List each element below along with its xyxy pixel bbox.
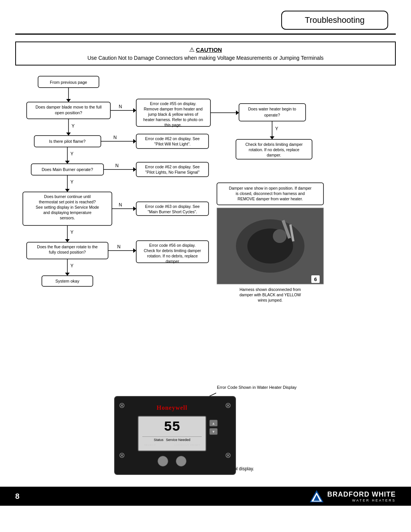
- svg-text:Y: Y: [72, 123, 75, 129]
- svg-text:N: N: [113, 135, 117, 140]
- corner-icon-tr: ⊗: [225, 401, 231, 410]
- corner-icon-tl: ⊗: [119, 401, 125, 410]
- svg-text:N: N: [115, 163, 119, 168]
- svg-text:rotation. If no debris, replac: rotation. If no debris, replace: [249, 147, 299, 152]
- brand-area: BRADFORD WHITE WATER HEATERS: [309, 489, 396, 503]
- corner-icon-br: ⊗: [225, 451, 231, 460]
- svg-text:N: N: [119, 104, 122, 109]
- page-number: 8: [15, 492, 19, 501]
- down-arrow-btn[interactable]: ▼: [209, 428, 218, 435]
- brand-sub: WATER HEATERS: [327, 498, 396, 502]
- svg-text:Does burner continue until: Does burner continue until: [44, 194, 91, 199]
- svg-text:REMOVE damper from water heate: REMOVE damper from water heater.: [237, 197, 303, 201]
- svg-text:"Main Burner Short Cycles".: "Main Burner Short Cycles".: [148, 209, 197, 214]
- caution-title: CAUTION: [196, 46, 222, 53]
- svg-text:damper: damper: [166, 259, 179, 264]
- svg-point-91: [273, 229, 287, 243]
- svg-text:Harness shown disconnected fro: Harness shown disconnected from: [239, 287, 301, 292]
- caution-box: ⚠CAUTION Use Caution Not to Damage Conne…: [15, 42, 396, 66]
- svg-text:sensors.: sensors.: [60, 216, 75, 220]
- bottom-btn-right[interactable]: [176, 456, 186, 466]
- svg-text:See setting display in Service: See setting display in Service Mode: [36, 205, 99, 209]
- caution-text: Use Caution Not to Damage Connectors whe…: [24, 55, 387, 61]
- svg-text:N: N: [119, 202, 122, 208]
- svg-text:rotation. If no debris, replac: rotation. If no debris, replace: [147, 254, 198, 258]
- svg-text:Does Main Burner operate?: Does Main Burner operate?: [41, 167, 93, 172]
- svg-text:Error code #62 on display. See: Error code #62 on display. See: [145, 136, 200, 141]
- svg-text:Y: Y: [70, 263, 73, 268]
- svg-point-90: [247, 228, 293, 264]
- svg-text:6: 6: [314, 276, 317, 282]
- status-label: Status: [154, 438, 164, 442]
- caution-icon: ⚠: [189, 46, 194, 53]
- caution-header: ⚠CAUTION: [24, 46, 387, 53]
- svg-marker-75: [133, 248, 136, 253]
- svg-marker-25: [270, 136, 274, 139]
- svg-marker-48: [133, 167, 136, 172]
- svg-marker-60: [65, 239, 70, 242]
- svg-marker-37: [133, 139, 136, 144]
- svg-marker-3: [66, 99, 71, 102]
- svg-text:Y: Y: [70, 151, 73, 157]
- svg-rect-21: [239, 104, 306, 121]
- page-header: Troubleshooting: [0, 0, 411, 34]
- status-value: Service Needed: [166, 438, 190, 442]
- lockout-label: LOCKOUT RESET: [175, 443, 200, 447]
- status-line: Status Service Needed: [142, 436, 202, 442]
- bottom-btn-left[interactable]: [158, 456, 168, 466]
- svg-text:From previous page: From previous page: [50, 80, 87, 85]
- svg-marker-63: [133, 206, 136, 211]
- svg-text:wires jumped.: wires jumped.: [258, 298, 283, 302]
- corner-icon-bl: ⊗: [119, 451, 125, 460]
- control-screen: 55 Status Service Needed SELECT LOCKOUT …: [138, 416, 206, 451]
- page-title: Troubleshooting: [281, 11, 388, 30]
- svg-text:fully closed position?: fully closed position?: [49, 250, 86, 254]
- up-down-controls: ▲ ▼: [209, 420, 218, 435]
- svg-text:Damper vane show in open posit: Damper vane show in open position. If da…: [229, 186, 312, 190]
- flow-diagram-svg: From previous page Does damper blade mov…: [15, 72, 396, 373]
- svg-text:damper with BLACK and YELLOW: damper with BLACK and YELLOW: [239, 292, 301, 297]
- svg-text:"Pilot Lights, No Flame Signal: "Pilot Lights, No Flame Signal": [145, 170, 200, 174]
- svg-text:Does the flue damper rotate to: Does the flue damper rotate to the: [37, 244, 98, 249]
- svg-text:N: N: [117, 244, 121, 249]
- svg-text:Does water heater begin to: Does water heater begin to: [248, 107, 296, 111]
- svg-text:"Pilot Will Not Light".: "Pilot Will Not Light".: [154, 142, 191, 146]
- svg-text:jump black & yellow wires of: jump black & yellow wires of: [148, 112, 198, 117]
- svg-text:Y: Y: [275, 126, 278, 131]
- svg-text:Error code #62 on display. See: Error code #62 on display. See: [145, 165, 200, 169]
- brand-label: Honeywell: [138, 404, 206, 411]
- control-display-section: Error Code Shown in Water Heater Display…: [15, 381, 396, 471]
- svg-text:Check for debris limiting damp: Check for debris limiting damper: [144, 248, 201, 253]
- svg-text:Y: Y: [70, 179, 73, 185]
- svg-text:Check for debris limiting damp: Check for debris limiting damper: [245, 142, 303, 147]
- svg-marker-20: [236, 110, 239, 115]
- svg-text:Error code #55 on display.: Error code #55 on display.: [150, 101, 196, 106]
- svg-marker-8: [66, 133, 71, 136]
- svg-text:operate?: operate?: [264, 113, 280, 117]
- svg-text:damper.: damper.: [267, 153, 281, 157]
- svg-text:thermostat set point is reache: thermostat set point is reached?: [39, 200, 96, 204]
- svg-marker-72: [65, 273, 70, 276]
- svg-marker-45: [65, 189, 70, 192]
- svg-text:heater harness. Refer to photo: heater harness. Refer to photo on: [143, 117, 203, 122]
- svg-marker-11: [133, 108, 136, 113]
- display-number: 55: [142, 420, 202, 434]
- svg-text:Remove damper from heater and: Remove damper from heater and: [144, 107, 203, 111]
- svg-marker-34: [65, 161, 70, 164]
- svg-text:Is there pilot flame?: Is there pilot flame?: [49, 139, 86, 144]
- up-arrow-btn[interactable]: ▲: [209, 420, 218, 427]
- svg-text:this page.: this page.: [164, 123, 182, 127]
- svg-text:Y: Y: [70, 230, 73, 235]
- select-reset-row: SELECT LOCKOUT RESET: [142, 443, 202, 447]
- svg-text:open position?: open position?: [55, 110, 82, 115]
- svg-text:Error code #56 on display.: Error code #56 on display.: [149, 243, 196, 248]
- svg-text:Error code #63 on display. See: Error code #63 on display. See: [145, 204, 200, 209]
- brand-name: BRADFORD WHITE: [327, 490, 396, 498]
- brand-logo-icon: [309, 489, 324, 503]
- svg-text:Does damper blade move to the : Does damper blade move to the full: [35, 105, 102, 109]
- header-divider: [15, 34, 396, 35]
- svg-text:System okay: System okay: [56, 279, 80, 283]
- page-footer: 8 BRADFORD WHITE WATER HEATERS: [0, 487, 411, 506]
- svg-text:is closed, disconnect from har: is closed, disconnect from harness and: [236, 191, 305, 196]
- control-unit: ⊗ ⊗ ⊗ ⊗ Honeywell 55 Status Service Need…: [114, 396, 236, 475]
